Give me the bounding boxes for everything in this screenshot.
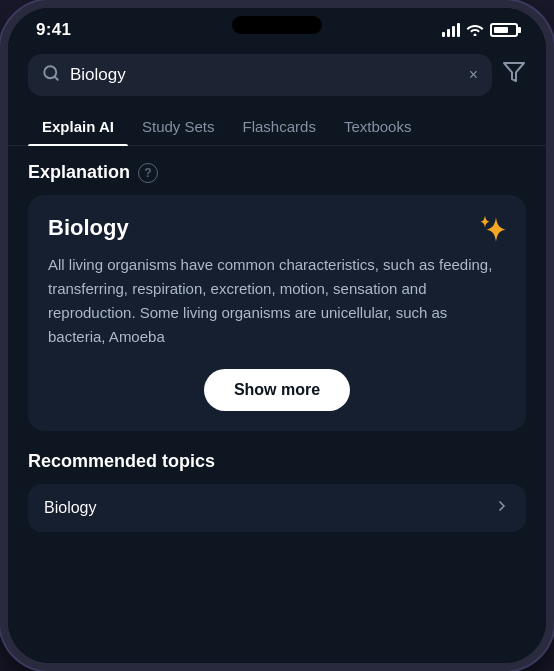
topic-arrow-icon [494, 498, 510, 518]
topic-name: Biology [44, 499, 96, 517]
notch [214, 8, 340, 42]
tab-study-sets[interactable]: Study Sets [128, 108, 229, 145]
show-more-button[interactable]: Show more [204, 369, 350, 411]
search-query: Biology [70, 65, 459, 85]
search-bar[interactable]: Biology × [28, 54, 492, 96]
search-icon [42, 64, 60, 86]
sparkle-icon [476, 213, 508, 252]
signal-bars-icon [442, 23, 460, 37]
explanation-section-header: Explanation ? [28, 162, 526, 183]
status-time: 9:41 [36, 20, 71, 40]
info-icon[interactable]: ? [138, 163, 158, 183]
wifi-icon [466, 22, 484, 39]
content-area: Explanation ? Biology All living organis… [8, 146, 546, 663]
phone-screen: 9:41 [8, 8, 546, 663]
card-title: Biology [48, 215, 506, 241]
card-body: All living organisms have common charact… [48, 253, 506, 349]
notch-pill [232, 16, 322, 34]
battery-icon [490, 23, 518, 37]
filter-icon[interactable] [502, 60, 526, 90]
explanation-title: Explanation [28, 162, 130, 183]
tab-textbooks[interactable]: Textbooks [330, 108, 426, 145]
status-icons [442, 22, 518, 39]
recommended-section: Recommended topics Biology [28, 451, 526, 532]
explanation-card: Biology All living organisms have common… [28, 195, 526, 431]
tabs-container: Explain AI Study Sets Flashcards Textboo… [8, 108, 546, 146]
search-container: Biology × [8, 46, 546, 108]
svg-line-1 [54, 76, 57, 79]
search-clear-button[interactable]: × [469, 66, 478, 84]
tab-flashcards[interactable]: Flashcards [229, 108, 330, 145]
phone-frame: 9:41 [0, 0, 554, 671]
recommended-title: Recommended topics [28, 451, 526, 472]
tab-explain-ai[interactable]: Explain AI [28, 108, 128, 145]
svg-marker-2 [504, 63, 524, 81]
topic-card[interactable]: Biology [28, 484, 526, 532]
